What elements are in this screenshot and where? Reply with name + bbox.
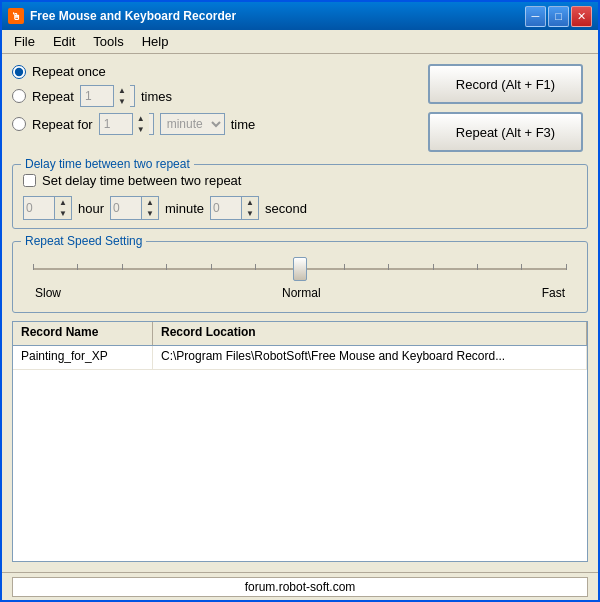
right-controls: Record (Alt + F1) Repeat (Alt + F3): [428, 64, 588, 152]
hour-input[interactable]: [24, 201, 54, 215]
delay-checkbox-label: Set delay time between two repeat: [42, 173, 241, 188]
delay-checkbox-row: Set delay time between two repeat: [23, 173, 577, 188]
tick: [566, 264, 567, 270]
left-controls: Repeat once Repeat ▲ ▼ times: [12, 64, 418, 152]
repeat-for-spinbox[interactable]: ▲ ▼: [99, 113, 154, 135]
maximize-button[interactable]: □: [548, 6, 569, 27]
delay-group: Delay time between two repeat Set delay …: [12, 164, 588, 229]
repeat-for-down[interactable]: ▼: [133, 124, 149, 135]
app-icon: 🖱: [8, 8, 24, 24]
repeat-for-row: Repeat for ▲ ▼ minute hour second time: [12, 113, 418, 135]
repeat-for-input[interactable]: [102, 117, 132, 131]
row-name-cell: Painting_for_XP: [13, 346, 153, 369]
slider-container: Slow Normal Fast: [23, 250, 577, 304]
tick: [211, 264, 212, 270]
repeat-once-row: Repeat once: [12, 64, 418, 79]
hour-up[interactable]: ▲: [55, 197, 71, 208]
normal-label: Normal: [282, 286, 321, 300]
records-table: Record Name Record Location Painting_for…: [12, 321, 588, 562]
repeat-times-spinbox[interactable]: ▲ ▼: [80, 85, 135, 107]
title-text: Free Mouse and Keyboard Recorder: [30, 9, 519, 23]
tick: [77, 264, 78, 270]
repeat-once-radio[interactable]: [12, 65, 26, 79]
repeat-for-label: Repeat for: [32, 117, 93, 132]
tick: [388, 264, 389, 270]
slider-track: [33, 254, 567, 284]
second-down[interactable]: ▼: [242, 208, 258, 219]
row-location-cell: C:\Program Files\RobotSoft\Free Mouse an…: [153, 346, 587, 369]
repeat-times-input[interactable]: [83, 89, 113, 103]
menu-file[interactable]: File: [6, 32, 43, 51]
col-name-header: Record Name: [13, 322, 153, 345]
tick: [433, 264, 434, 270]
repeat-button[interactable]: Repeat (Alt + F3): [428, 112, 583, 152]
fast-label: Fast: [542, 286, 565, 300]
hour-spinbox[interactable]: ▲ ▼: [23, 196, 72, 220]
times-label: times: [141, 89, 172, 104]
repeat-times-down[interactable]: ▼: [114, 96, 130, 107]
minute-label: minute: [165, 201, 204, 216]
close-button[interactable]: ✕: [571, 6, 592, 27]
slider-labels: Slow Normal Fast: [33, 286, 567, 300]
speed-group: Repeat Speed Setting: [12, 241, 588, 313]
second-arrows: ▲ ▼: [241, 197, 258, 219]
slider-line: [33, 268, 567, 270]
minute-down[interactable]: ▼: [142, 208, 158, 219]
record-button[interactable]: Record (Alt + F1): [428, 64, 583, 104]
main-window: 🖱 Free Mouse and Keyboard Recorder ─ □ ✕…: [0, 0, 600, 602]
repeat-times-arrows: ▲ ▼: [113, 85, 130, 107]
menu-bar: File Edit Tools Help: [2, 30, 598, 54]
menu-help[interactable]: Help: [134, 32, 177, 51]
delay-section: Set delay time between two repeat ▲ ▼ ho…: [23, 173, 577, 220]
top-section: Repeat once Repeat ▲ ▼ times: [12, 64, 588, 152]
second-label: second: [265, 201, 307, 216]
repeat-once-label: Repeat once: [32, 64, 106, 79]
speed-slider-thumb[interactable]: [293, 257, 307, 281]
repeat-times-row: Repeat ▲ ▼ times: [12, 85, 418, 107]
repeat-times-radio[interactable]: [12, 89, 26, 103]
second-input[interactable]: [211, 201, 241, 215]
time-unit-select[interactable]: minute hour second: [160, 113, 225, 135]
minute-up[interactable]: ▲: [142, 197, 158, 208]
speed-group-label: Repeat Speed Setting: [21, 234, 146, 248]
menu-edit[interactable]: Edit: [45, 32, 83, 51]
minute-arrows: ▲ ▼: [141, 197, 158, 219]
hour-label: hour: [78, 201, 104, 216]
tick: [255, 264, 256, 270]
repeat-for-radio[interactable]: [12, 117, 26, 131]
hour-down[interactable]: ▼: [55, 208, 71, 219]
tick: [33, 264, 34, 270]
second-spinbox[interactable]: ▲ ▼: [210, 196, 259, 220]
minimize-button[interactable]: ─: [525, 6, 546, 27]
table-row[interactable]: Painting_for_XP C:\Program Files\RobotSo…: [13, 346, 587, 370]
col-location-header: Record Location: [153, 322, 587, 345]
delay-inputs: ▲ ▼ hour ▲ ▼ minute: [23, 196, 577, 220]
minute-input[interactable]: [111, 201, 141, 215]
minute-spinbox[interactable]: ▲ ▼: [110, 196, 159, 220]
repeat-for-up[interactable]: ▲: [133, 113, 149, 124]
second-up[interactable]: ▲: [242, 197, 258, 208]
delay-group-label: Delay time between two repeat: [21, 157, 194, 171]
hour-arrows: ▲ ▼: [54, 197, 71, 219]
delay-checkbox[interactable]: [23, 174, 36, 187]
title-bar: 🖱 Free Mouse and Keyboard Recorder ─ □ ✕: [2, 2, 598, 30]
menu-tools[interactable]: Tools: [85, 32, 131, 51]
tick: [521, 264, 522, 270]
window-controls: ─ □ ✕: [525, 6, 592, 27]
repeat-for-arrows: ▲ ▼: [132, 113, 149, 135]
tick: [477, 264, 478, 270]
main-content: Repeat once Repeat ▲ ▼ times: [2, 54, 598, 572]
repeat-label: Repeat: [32, 89, 74, 104]
status-url: forum.robot-soft.com: [12, 577, 588, 597]
table-header: Record Name Record Location: [13, 322, 587, 346]
slow-label: Slow: [35, 286, 61, 300]
tick: [122, 264, 123, 270]
status-bar: forum.robot-soft.com: [2, 572, 598, 600]
tick: [166, 264, 167, 270]
repeat-times-up[interactable]: ▲: [114, 85, 130, 96]
time-label: time: [231, 117, 256, 132]
tick: [344, 264, 345, 270]
